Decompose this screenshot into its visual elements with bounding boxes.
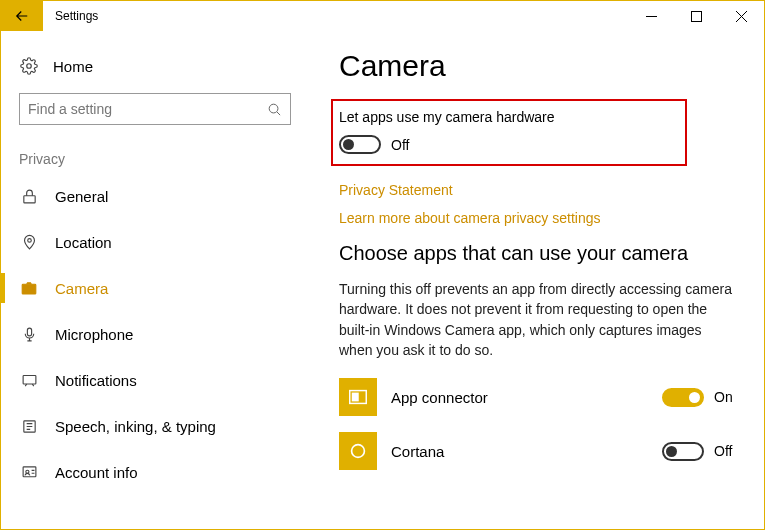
location-icon bbox=[19, 234, 39, 251]
gear-icon bbox=[19, 57, 39, 75]
main-panel: Camera Let apps use my camera hardware O… bbox=[309, 31, 764, 529]
svg-rect-13 bbox=[353, 394, 359, 401]
back-button[interactable] bbox=[1, 1, 43, 31]
svg-rect-7 bbox=[27, 328, 31, 336]
minimize-icon bbox=[646, 11, 657, 22]
sidebar-item-notifications[interactable]: Notifications bbox=[13, 357, 297, 403]
maximize-button[interactable] bbox=[674, 1, 719, 31]
app-name: Cortana bbox=[391, 443, 662, 460]
highlight-box: Let apps use my camera hardware Off bbox=[331, 99, 687, 166]
maximize-icon bbox=[691, 11, 702, 22]
toggle-state: On bbox=[714, 389, 738, 405]
window-title: Settings bbox=[43, 9, 629, 23]
section-label: Privacy bbox=[13, 143, 297, 173]
lock-icon bbox=[19, 188, 39, 205]
toggle-state: Off bbox=[391, 137, 409, 153]
svg-point-14 bbox=[352, 445, 365, 458]
privacy-statement-link[interactable]: Privacy Statement bbox=[339, 182, 738, 198]
search-placeholder: Find a setting bbox=[28, 101, 112, 117]
app-row: App connector On bbox=[339, 378, 738, 416]
choose-apps-heading: Choose apps that can use your camera bbox=[339, 242, 738, 265]
svg-point-2 bbox=[269, 104, 278, 113]
toggle-state: Off bbox=[714, 443, 738, 459]
sidebar-item-general[interactable]: General bbox=[13, 173, 297, 219]
cortana-icon bbox=[339, 432, 377, 470]
svg-point-4 bbox=[27, 238, 31, 242]
arrow-left-icon bbox=[13, 7, 31, 25]
sidebar-item-label: Speech, inking, & typing bbox=[55, 418, 216, 435]
home-nav[interactable]: Home bbox=[13, 49, 297, 89]
app-connector-icon bbox=[339, 378, 377, 416]
sidebar-item-label: Microphone bbox=[55, 326, 133, 343]
home-label: Home bbox=[53, 58, 93, 75]
sidebar: Home Find a setting Privacy General Loca… bbox=[1, 31, 309, 529]
sidebar-item-camera[interactable]: Camera bbox=[13, 265, 297, 311]
svg-rect-0 bbox=[692, 11, 702, 21]
account-icon bbox=[19, 464, 39, 481]
minimize-button[interactable] bbox=[629, 1, 674, 31]
search-icon bbox=[267, 102, 282, 117]
sidebar-item-account[interactable]: Account info bbox=[13, 449, 297, 495]
toggle-label: Let apps use my camera hardware bbox=[339, 109, 555, 125]
sidebar-item-speech[interactable]: Speech, inking, & typing bbox=[13, 403, 297, 449]
svg-rect-8 bbox=[23, 375, 36, 384]
sidebar-item-label: Account info bbox=[55, 464, 138, 481]
learn-more-link[interactable]: Learn more about camera privacy settings bbox=[339, 210, 738, 226]
sidebar-item-microphone[interactable]: Microphone bbox=[13, 311, 297, 357]
app-connector-toggle[interactable] bbox=[662, 388, 704, 407]
camera-master-toggle[interactable] bbox=[339, 135, 381, 154]
svg-rect-3 bbox=[23, 195, 34, 202]
camera-icon bbox=[19, 279, 39, 297]
notifications-icon bbox=[19, 372, 39, 389]
svg-point-1 bbox=[27, 64, 32, 69]
close-icon bbox=[736, 11, 747, 22]
svg-point-6 bbox=[26, 287, 31, 292]
choose-apps-description: Turning this off prevents an app from di… bbox=[339, 279, 738, 360]
sidebar-item-label: Camera bbox=[55, 280, 108, 297]
sidebar-item-label: Notifications bbox=[55, 372, 137, 389]
microphone-icon bbox=[19, 326, 39, 343]
search-input[interactable]: Find a setting bbox=[19, 93, 291, 125]
page-title: Camera bbox=[339, 49, 738, 83]
sidebar-item-label: Location bbox=[55, 234, 112, 251]
sidebar-item-location[interactable]: Location bbox=[13, 219, 297, 265]
app-name: App connector bbox=[391, 389, 662, 406]
close-button[interactable] bbox=[719, 1, 764, 31]
app-row: Cortana Off bbox=[339, 432, 738, 470]
cortana-toggle[interactable] bbox=[662, 442, 704, 461]
speech-icon bbox=[19, 418, 39, 435]
sidebar-item-label: General bbox=[55, 188, 108, 205]
